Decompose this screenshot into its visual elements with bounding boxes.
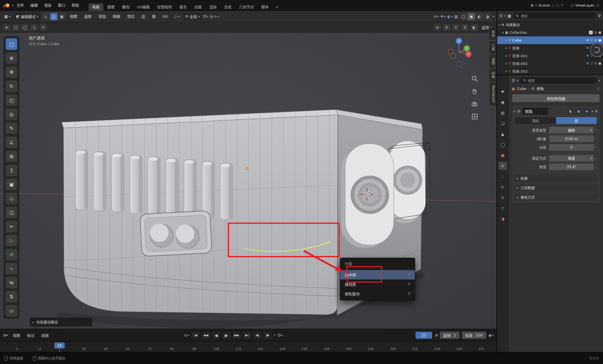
modifier-extras-dropdown[interactable]: ▾ <box>592 110 593 113</box>
decorator-dot[interactable]: • <box>594 137 598 140</box>
rendered-shading-button[interactable]: ◑ <box>484 13 491 20</box>
menu-uv[interactable]: UV <box>160 11 170 22</box>
mirror-icon[interactable]: ⇄ <box>434 24 441 31</box>
wrench-icon[interactable]: ⚙ <box>586 46 589 50</box>
circle-select-icon[interactable]: ◯ <box>21 24 29 31</box>
current-frame-field[interactable]: 23 <box>415 332 432 339</box>
menu-edit[interactable]: 编辑 <box>27 0 41 11</box>
tool-cursor[interactable]: ⊕ <box>6 52 17 64</box>
orthographic-grid-icon[interactable] <box>471 113 478 120</box>
jump-to-start-button[interactable]: |◀ <box>192 332 200 339</box>
viewport-canvas[interactable] <box>0 22 496 329</box>
menu-help[interactable]: 帮助 <box>68 0 82 11</box>
timeline-snap-toggle[interactable]: Ω▾ <box>278 333 283 337</box>
frame-forward-button[interactable]: |▶ <box>264 332 272 339</box>
menu-window[interactable]: 窗口 <box>55 0 68 11</box>
section-geometry[interactable]: ▸ 几何数据 <box>514 184 598 191</box>
tab-scene[interactable]: ▲ <box>498 130 507 138</box>
menu-item-selection[interactable]: 选中项 P <box>340 270 415 280</box>
tool-scale[interactable]: ◰ <box>6 95 17 106</box>
gizmos-toggle[interactable]: ✥▾ <box>440 14 446 19</box>
tool-transform[interactable]: ◎ <box>6 109 17 120</box>
transform-pivot-button[interactable]: ◇▾ <box>172 13 182 20</box>
overlays-toggle[interactable]: ◐▾ <box>447 14 452 19</box>
sidebar-tab-blenderkit[interactable]: BlenderKit <box>490 82 496 105</box>
workspace-tab-geometry-nodes[interactable]: 几何节点 <box>235 3 258 11</box>
decorator-dot[interactable]: • <box>594 146 598 149</box>
outliner-search-input[interactable]: 搜索 <box>513 13 596 19</box>
shading-dropdown[interactable]: ▾ <box>493 15 494 18</box>
tab-material[interactable]: ◑ <box>498 215 507 223</box>
material-shading-button[interactable]: ◐ <box>476 13 483 20</box>
close-icon[interactable]: ✕ <box>561 3 563 7</box>
chevron-right-icon[interactable]: ▸ <box>506 70 507 73</box>
modifier-name-field[interactable]: 倒角 <box>522 108 548 115</box>
menu-file[interactable]: 文件 <box>13 0 27 11</box>
wrench-icon[interactable]: ⚙ <box>586 54 589 58</box>
tab-edges[interactable]: 边 <box>556 117 597 124</box>
tool-poly-build[interactable]: ▷ <box>6 235 17 246</box>
chevron-down-icon[interactable]: ▾ <box>505 14 506 17</box>
tool-extrude[interactable]: ↥ <box>6 165 17 176</box>
outliner-editor-icon[interactable]: ☰ <box>499 14 503 18</box>
width-type-dropdown[interactable]: 偏移 <box>549 127 594 133</box>
timeline-ruler[interactable]: 0 12 36 48 60 72 84 96 108 120 132 144 1… <box>0 341 496 352</box>
mode-selector[interactable]: ◩编辑模式▾ <box>14 13 40 20</box>
segments-field[interactable]: 5 <box>549 144 594 151</box>
chevron-right-icon[interactable]: ▸ <box>506 54 507 57</box>
solid-shading-button[interactable]: ● <box>468 13 475 20</box>
mirror-z-button[interactable]: Z <box>461 24 469 31</box>
menu-add[interactable]: 添加 <box>96 11 109 22</box>
tool-shrink-fatten[interactable]: ⇅ <box>6 291 17 302</box>
workspace-tab-scripting[interactable]: 脚本 <box>258 3 273 11</box>
chevron-down-icon[interactable]: ▾ <box>502 31 504 34</box>
chevron-right-icon[interactable]: ▸ <box>506 46 507 50</box>
outliner-row-scene-collection[interactable]: ▾ ⊞ 场景集合 <box>497 21 603 29</box>
sync-dropdown[interactable]: ◉▾ <box>488 333 494 337</box>
tool-select-box[interactable]: ▢ <box>6 38 17 50</box>
zoom-icon[interactable] <box>471 75 478 82</box>
pin-icon[interactable]: ○ <box>551 3 554 7</box>
decorator-dot[interactable]: • <box>594 165 598 168</box>
menu-item-by-loose-parts[interactable]: 按松散块 P <box>340 289 415 298</box>
tool-bevel[interactable]: ◇ <box>6 193 17 204</box>
outliner-row-collection[interactable]: ▾ ▦ Collection ✓ ⊙ ▣ <box>497 29 603 36</box>
display-mode-icon[interactable]: ▦ <box>508 14 511 18</box>
gizmo-neg-y-ball[interactable] <box>451 53 456 58</box>
chevron-down-icon[interactable]: ▾ <box>274 334 275 337</box>
tool-annotate[interactable]: ✎ <box>6 123 17 134</box>
workspace-tab-rendering[interactable]: 渲染 <box>206 3 220 11</box>
wrench-icon[interactable]: ⚙ <box>586 38 589 42</box>
add-workspace-button[interactable]: + <box>273 3 281 11</box>
menu-edge[interactable]: 边 <box>139 11 148 22</box>
outliner-row-cube[interactable]: ▸ ▽ Cube ⚙ ▽ ⊙ ▣ <box>497 36 603 44</box>
tool-spin[interactable]: ↺ <box>6 249 17 260</box>
tool-move[interactable]: ✜ <box>6 66 17 78</box>
annotate-select-icon[interactable]: ✎ <box>40 24 47 31</box>
tab-render[interactable]: ◉ <box>498 98 507 106</box>
tool-edge-slide[interactable]: ⇆ <box>6 277 17 288</box>
render-display-toggle[interactable]: ◉ <box>584 109 590 114</box>
tab-object[interactable]: ▣ <box>498 151 507 159</box>
outliner-row-cylinder-003[interactable]: ▸ ▽ 柱体.003 <box>497 67 603 74</box>
mirror-x-button[interactable]: X <box>443 24 450 31</box>
camera-view-icon[interactable] <box>471 100 478 108</box>
duplicate-icon[interactable]: ❏ <box>556 3 559 7</box>
editor-type-button[interactable]: ▦▾ <box>2 13 12 20</box>
chevron-down-icon[interactable]: ▾ <box>514 110 515 113</box>
blender-logo[interactable] <box>3 3 10 8</box>
menu-vertex[interactable]: 顶点 <box>125 11 137 22</box>
frame-end-field[interactable]: 结束 250 <box>462 332 486 339</box>
eye-icon[interactable]: ⊙ <box>594 31 597 34</box>
chevron-right-icon[interactable]: ▸ <box>506 62 507 65</box>
section-shading[interactable]: ▸ 着色方式 <box>514 193 598 201</box>
timeline-editor-button[interactable]: ◔▾ <box>3 333 8 337</box>
scene-selector[interactable]: ▦ ▾ Scene ○ ❏ ✕ <box>531 3 563 7</box>
tool-rotate[interactable]: ↻ <box>6 80 17 92</box>
blenderkit-logo[interactable] <box>590 43 603 57</box>
xray-toggle[interactable]: ▥ <box>454 14 458 19</box>
menu-mesh[interactable]: 网格 <box>110 11 123 22</box>
eye-icon[interactable]: ⊙ <box>594 38 597 42</box>
workspace-tab-modeling[interactable]: 建模 <box>103 3 118 11</box>
tool-inset-faces[interactable]: ▣ <box>6 179 17 190</box>
